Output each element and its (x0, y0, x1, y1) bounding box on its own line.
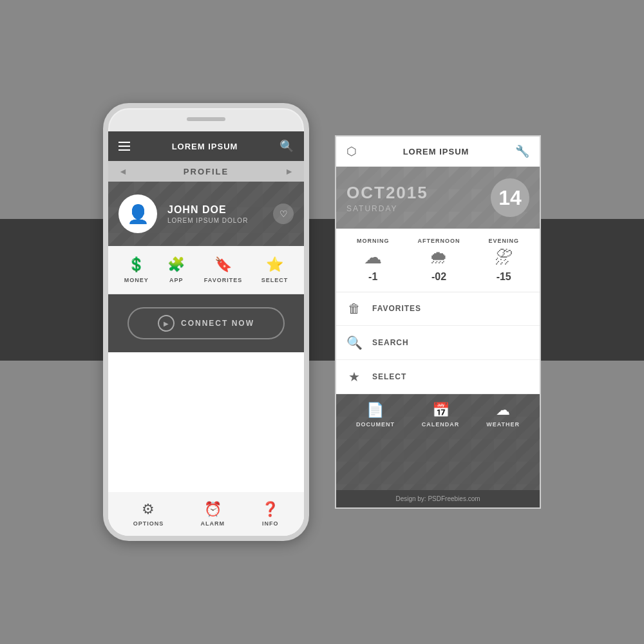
alarm-icon: ⏰ (204, 501, 222, 518)
options-label: OPTIONS (133, 520, 164, 527)
p2-bottom-document[interactable]: 📄 DOCUMENT (356, 402, 395, 482)
favorites-list-label: FAVORITES (372, 304, 421, 313)
phone2-header: ⬡ LOREM IPSUM 🔧 (336, 137, 540, 167)
search-icon[interactable]: 🔍 (279, 139, 294, 153)
profile-nav-title: PROFILE (184, 167, 229, 176)
options-icon: ⚙ (142, 501, 155, 518)
calendar-label: CALENDAR (422, 421, 460, 428)
nav-right-arrow[interactable]: ► (285, 166, 294, 176)
menu-list-select[interactable]: ★ SELECT (336, 360, 540, 394)
star-list-icon: ★ (346, 369, 362, 384)
app-icon: 🧩 (167, 256, 185, 273)
connect-btn-label: CONNECT NOW (181, 319, 254, 328)
weather-cloud-icon: ☁ (496, 402, 510, 419)
favorites-label: FAVORITES (204, 277, 242, 283)
heart-button[interactable]: ♡ (273, 204, 294, 224)
nav-left-arrow[interactable]: ◄ (118, 166, 128, 176)
info-label: INFO (262, 520, 279, 527)
content-wrapper: LOREM IPSUM 🔍 ◄ PROFILE ► 👤 JOHN DOE LOR… (0, 103, 644, 541)
app-label: APP (169, 277, 184, 283)
hamburger-icon[interactable] (118, 142, 130, 151)
menu-item-select[interactable]: ⭐ SELECT (261, 256, 289, 283)
money-icon: 💲 (128, 256, 145, 273)
phone2-footer: Design by: PSDFreebies.com (336, 490, 540, 507)
phone1-screen: LOREM IPSUM 🔍 ◄ PROFILE ► 👤 JOHN DOE LOR… (108, 131, 304, 536)
afternoon-rain-icon: 🌧 (430, 247, 448, 269)
p2-bottom-calendar[interactable]: 📅 CALENDAR (422, 402, 460, 482)
morning-cloud-icon: ☁ (364, 247, 382, 269)
p2-bottom-weather[interactable]: ☁ WEATHER (486, 402, 520, 482)
alarm-label: ALARM (201, 520, 225, 527)
select-list-label: SELECT (372, 372, 406, 381)
date-left: OCT2015 SATURDAY (346, 183, 428, 213)
connect-now-button[interactable]: ▶ CONNECT NOW (128, 307, 285, 339)
profile-subtitle: LOREM IPSUM DOLOR (167, 217, 263, 224)
profile-info: JOHN DOE LOREM IPSUM DOLOR (167, 204, 263, 224)
heart-icon: ♡ (279, 209, 288, 219)
phone2-title: LOREM IPSUM (403, 147, 469, 156)
money-label: MONEY (124, 277, 149, 283)
trash-icon: 🗑 (346, 301, 362, 316)
bottom-nav-info[interactable]: ❓ INFO (261, 501, 279, 527)
profile-name: JOHN DOE (167, 204, 263, 216)
profile-section: 👤 JOHN DOE LOREM IPSUM DOLOR ♡ (108, 182, 304, 246)
date-month-year: OCT2015 (346, 183, 428, 203)
phone2: ⬡ LOREM IPSUM 🔧 OCT2015 SATURDAY 14 MORN… (335, 135, 541, 509)
morning-label: MORNING (357, 238, 390, 244)
calendar-icon: 📅 (432, 402, 450, 419)
menu-item-favorites[interactable]: 🔖 FAVORITES (204, 256, 242, 283)
phone1-header: LOREM IPSUM 🔍 (108, 131, 304, 161)
date-number: 14 (491, 178, 529, 217)
date-section: OCT2015 SATURDAY 14 (336, 167, 540, 229)
menu-list-search[interactable]: 🔍 SEARCH (336, 326, 540, 360)
evening-storm-icon: ⛈ (495, 247, 513, 269)
weather-morning: MORNING ☁ -1 (357, 238, 390, 283)
afternoon-temp: -02 (431, 271, 446, 283)
phone1: LOREM IPSUM 🔍 ◄ PROFILE ► 👤 JOHN DOE LOR… (103, 103, 309, 541)
info-icon: ❓ (261, 501, 279, 518)
bottom-nav-alarm[interactable]: ⏰ ALARM (201, 501, 225, 527)
bookmark-icon: 🔖 (214, 256, 232, 273)
phone1-bottom-nav: ⚙ OPTIONS ⏰ ALARM ❓ INFO (108, 492, 304, 536)
afternoon-label: AFTERNOON (417, 238, 460, 244)
weather-label: WEATHER (486, 421, 520, 428)
phone-speaker (187, 117, 225, 121)
profile-nav: ◄ PROFILE ► (108, 161, 304, 182)
star-icon: ⭐ (266, 256, 283, 273)
wrench-icon[interactable]: 🔧 (515, 144, 529, 158)
connect-section: ▶ CONNECT NOW (108, 294, 304, 352)
weather-section: MORNING ☁ -1 AFTERNOON 🌧 -02 EVENING ⛈ -… (336, 229, 540, 292)
search-list-label: SEARCH (372, 338, 409, 347)
date-day-name: SATURDAY (346, 204, 428, 213)
menu-item-app[interactable]: 🧩 APP (167, 256, 185, 283)
document-label: DOCUMENT (356, 421, 395, 428)
evening-label: EVENING (488, 238, 519, 244)
avatar: 👤 (118, 194, 157, 233)
user-icon: 👤 (127, 204, 149, 225)
document-icon: 📄 (366, 402, 384, 419)
evening-temp: -15 (497, 271, 511, 283)
phone1-title: LOREM IPSUM (172, 142, 238, 151)
phone2-bottom-nav: 📄 DOCUMENT 📅 CALENDAR ☁ WEATHER (336, 394, 540, 490)
morning-temp: -1 (368, 271, 377, 283)
menu-list: 🗑 FAVORITES 🔍 SEARCH ★ SELECT (336, 292, 540, 394)
select-label: SELECT (261, 277, 289, 283)
play-circle-icon: ▶ (158, 315, 175, 332)
share-icon[interactable]: ⬡ (346, 144, 357, 158)
weather-evening: EVENING ⛈ -15 (488, 238, 519, 283)
bottom-nav-options[interactable]: ⚙ OPTIONS (133, 501, 164, 527)
menu-list-favorites[interactable]: 🗑 FAVORITES (336, 292, 540, 326)
search-list-icon: 🔍 (346, 335, 362, 350)
weather-afternoon: AFTERNOON 🌧 -02 (417, 238, 460, 283)
menu-item-money[interactable]: 💲 MONEY (124, 256, 149, 283)
footer-text: Design by: PSDFreebies.com (395, 495, 480, 502)
menu-icons-row: 💲 MONEY 🧩 APP 🔖 FAVORITES ⭐ SELECT (108, 246, 304, 294)
